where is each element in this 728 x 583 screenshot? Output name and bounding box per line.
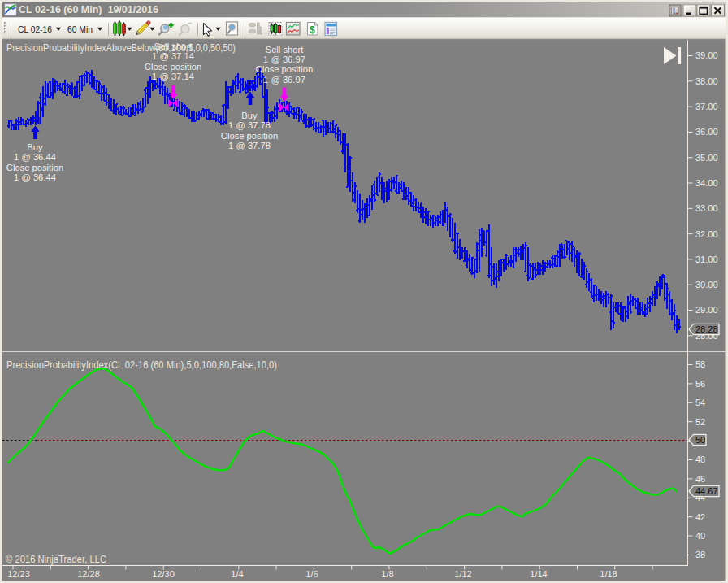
svg-text:© 2016 NinjaTrader, LLC: © 2016 NinjaTrader, LLC xyxy=(6,554,106,565)
svg-text:Sell short: Sell short xyxy=(154,41,193,51)
svg-text:1 @ 37.14: 1 @ 37.14 xyxy=(152,51,194,61)
svg-text:38.00: 38.00 xyxy=(696,76,718,86)
svg-text:28.28: 28.28 xyxy=(696,324,718,334)
svg-text:1/4: 1/4 xyxy=(231,569,243,579)
svg-text:Close position: Close position xyxy=(221,131,278,141)
svg-text:1/12: 1/12 xyxy=(454,569,471,579)
svg-text:1 @ 37.78: 1 @ 37.78 xyxy=(228,120,271,130)
svg-text:32.00: 32.00 xyxy=(696,229,718,239)
svg-text:1 @ 36.44: 1 @ 36.44 xyxy=(14,152,56,162)
svg-text:Close position: Close position xyxy=(6,163,63,172)
svg-text:58: 58 xyxy=(696,359,705,369)
svg-text:38: 38 xyxy=(696,550,705,559)
svg-text:50: 50 xyxy=(696,435,705,445)
svg-text:CL 02-16: CL 02-16 xyxy=(18,24,52,34)
svg-text:1/18: 1/18 xyxy=(600,569,617,579)
svg-text:Buy: Buy xyxy=(241,111,258,120)
svg-text:12/28: 12/28 xyxy=(77,569,100,579)
svg-text:39.00: 39.00 xyxy=(696,50,718,60)
svg-text:1/8: 1/8 xyxy=(381,569,393,579)
svg-text:60 Min: 60 Min xyxy=(67,24,93,34)
svg-text:1 @ 36.97: 1 @ 36.97 xyxy=(263,75,306,85)
svg-text:PrecisionProbabilityIndexAbove: PrecisionProbabilityIndexAboveBelow(80,1… xyxy=(6,42,236,54)
svg-text:44.67: 44.67 xyxy=(696,486,718,496)
svg-text:1 @ 37.14: 1 @ 37.14 xyxy=(152,72,194,81)
svg-text:52: 52 xyxy=(696,417,705,427)
svg-text:37.00: 37.00 xyxy=(696,102,718,111)
svg-text:12/30: 12/30 xyxy=(152,569,175,579)
svg-text:Close position: Close position xyxy=(256,64,313,74)
svg-text:29.00: 29.00 xyxy=(696,305,718,315)
svg-text:Buy: Buy xyxy=(27,142,43,152)
svg-text:48: 48 xyxy=(696,455,705,464)
svg-text:1 @ 37.78: 1 @ 37.78 xyxy=(228,141,271,150)
svg-text:1/6: 1/6 xyxy=(306,569,318,579)
svg-text:12/23: 12/23 xyxy=(7,569,30,579)
svg-text:1 @ 36.97: 1 @ 36.97 xyxy=(263,54,306,64)
svg-text:30.00: 30.00 xyxy=(696,280,718,289)
svg-text:36.00: 36.00 xyxy=(696,127,718,137)
svg-text:42: 42 xyxy=(696,512,705,522)
svg-text:1 @ 36.44: 1 @ 36.44 xyxy=(14,172,56,182)
svg-text:35.00: 35.00 xyxy=(696,153,718,163)
svg-text:CL 02-16 (60 Min) 19/01/2016: CL 02-16 (60 Min) 19/01/2016 xyxy=(19,3,158,15)
svg-text:40: 40 xyxy=(696,531,705,541)
svg-text:31.00: 31.00 xyxy=(696,255,718,264)
svg-text:1/14: 1/14 xyxy=(530,569,547,579)
svg-text:54: 54 xyxy=(696,398,705,407)
svg-text:Close position: Close position xyxy=(145,62,202,72)
svg-text:33.00: 33.00 xyxy=(696,203,718,213)
svg-text:46: 46 xyxy=(696,474,705,484)
svg-text:PrecisionProbabilityIndex(CL 0: PrecisionProbabilityIndex(CL 02-16 (60 M… xyxy=(6,359,277,371)
svg-text:Sell short: Sell short xyxy=(266,45,305,54)
svg-text:56: 56 xyxy=(696,379,705,389)
svg-text:34.00: 34.00 xyxy=(696,178,718,188)
svg-text:$: $ xyxy=(310,24,315,36)
